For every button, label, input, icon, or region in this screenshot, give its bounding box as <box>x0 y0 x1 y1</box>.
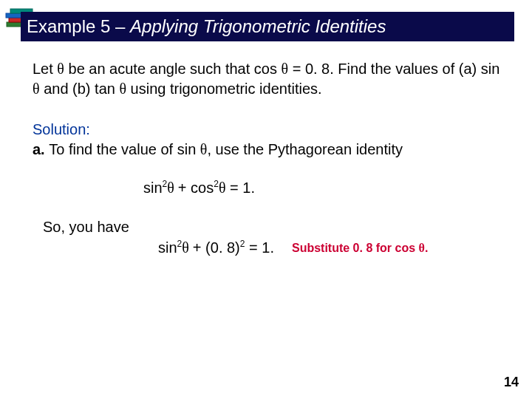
content: Let θ be an acute angle such that cos θ … <box>33 59 502 256</box>
title-main: Applying Trigonometric Identities <box>130 16 386 36</box>
title-prefix: Example 5 – <box>27 16 130 36</box>
problem-statement: Let θ be an acute angle such that cos θ … <box>33 59 502 99</box>
pythagorean-identity: sin2θ + cos2θ = 1. <box>143 179 502 197</box>
solution-label: Solution: <box>33 121 502 138</box>
title-bar: Example 5 – Applying Trigonometric Ident… <box>21 12 514 41</box>
page-number: 14 <box>504 375 519 390</box>
slide-title: Example 5 – Applying Trigonometric Ident… <box>27 16 386 37</box>
substitution-note: Substitute 0. 8 for cos θ. <box>292 242 428 255</box>
substituted-equation: sin2θ + (0. 8)2 = 1. <box>158 239 274 256</box>
solution-line-a: a. To find the value of sin θ, use the P… <box>33 140 502 160</box>
so-you-have: So, you have <box>43 219 502 236</box>
substituted-equation-row: sin2θ + (0. 8)2 = 1. Substitute 0. 8 for… <box>158 239 502 256</box>
slide: Example 5 – Applying Trigonometric Ident… <box>0 0 532 399</box>
